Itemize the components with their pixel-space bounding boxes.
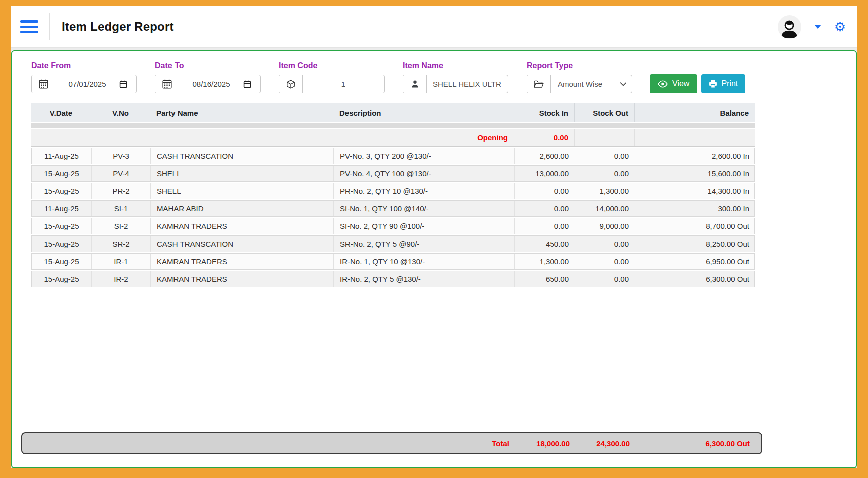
avatar-dropdown-caret-icon[interactable] [814,25,821,29]
cell-balance: 8,700.00 Out [635,218,755,234]
total-balance: 6,300.00 Out [636,439,756,448]
report-type-select[interactable]: Amount Wise [551,75,632,93]
cell-desc: SR-No. 2, QTY 5 @90/- [334,236,515,252]
cell-balance: 2,600.00 In [635,148,755,164]
item-name-label: Item Name [403,61,508,70]
item-code-group: Item Code 1 [279,61,385,93]
app-window: Item Ledger Report ⚙ Date From [11,6,857,468]
cell-party: CASH TRANSCATION [151,236,334,252]
item-code-input[interactable]: 1 [303,75,384,93]
cell-stock-in: 2,600.00 [515,148,575,164]
view-button[interactable]: View [650,74,697,93]
ledger-table: V.Date V.No Party Name Description Stock… [31,103,755,287]
total-label: Total [334,439,515,448]
cell-stock-out: 14,000.00 [575,201,635,216]
table-body: 11-Aug-25 PV-3 CASH TRANSCATION PV-No. 3… [31,148,755,287]
cell-stock-in: 0.00 [515,218,575,234]
cell-party: KAMRAN TRADERS [151,254,334,269]
cell-stock-out: 0.00 [575,254,635,269]
total-bar: Total 18,000.00 24,300.00 6,300.00 Out [21,432,762,454]
cell-balance: 6,950.00 Out [635,254,755,269]
cell-desc: IR-No. 2, QTY 5 @130/- [334,271,515,287]
filter-bar: Date From [31,61,856,93]
date-from-group: Date From [31,61,137,93]
cell-vno: SI-1 [92,201,151,216]
opening-label: Opening [333,129,514,146]
cell-vdate: 15-Aug-25 [32,254,92,269]
page-title: Item Ledger Report [62,20,174,34]
header-divider [49,13,50,40]
cell-desc: PV-No. 3, QTY 200 @130/- [334,148,515,164]
calendar-icon [32,75,55,93]
cell-party: SHELL [151,183,334,199]
cell-stock-out: 0.00 [575,236,635,252]
cell-vdate: 15-Aug-25 [32,166,92,181]
total-stock-out: 24,300.00 [576,439,636,448]
cell-vno: PV-4 [92,166,151,181]
col-header-stockin: Stock In [514,103,575,122]
cell-balance: 6,300.00 Out [635,271,755,287]
date-to-input[interactable]: 08/16/2025 [179,75,243,93]
cell-desc: SI-No. 1, QTY 100 @140/- [334,201,515,216]
col-header-vdate: V.Date [31,103,91,122]
cube-icon [279,75,303,93]
printer-icon [709,80,717,88]
cell-vno: SR-2 [92,236,151,252]
date-to-group: Date To [155,61,261,93]
cell-vno: IR-1 [92,254,151,269]
col-header-desc: Description [333,103,514,122]
cell-party: KAMRAN TRADERS [151,271,334,287]
cell-stock-in: 1,300.00 [515,254,575,269]
cell-stock-out: 1,300.00 [575,183,635,199]
report-type-value: Amount Wise [558,80,602,88]
user-avatar[interactable] [778,15,801,39]
cell-vno: PR-2 [92,183,151,199]
table-header-row: V.Date V.No Party Name Description Stock… [31,103,755,122]
col-header-balance: Balance [635,103,755,122]
item-code-label: Item Code [279,61,385,70]
person-icon [403,75,427,93]
col-header-stockout: Stock Out [575,103,635,122]
cell-vdate: 15-Aug-25 [32,271,92,287]
settings-gear-icon[interactable]: ⚙ [834,20,846,33]
hamburger-menu-icon[interactable] [20,20,38,33]
table-row: 11-Aug-25 PV-3 CASH TRANSCATION PV-No. 3… [31,148,755,164]
cell-stock-out: 0.00 [575,148,635,164]
cell-balance: 14,300.00 In [635,183,755,199]
total-stock-in: 18,000.00 [515,439,576,448]
calendar-icon [155,75,179,93]
cell-vdate: 15-Aug-25 [32,183,92,199]
table-row: 11-Aug-25 SI-1 MAHAR ABID SI-No. 1, QTY … [31,200,755,217]
cell-stock-in: 13,000.00 [515,166,575,181]
cell-vno: IR-2 [92,271,151,287]
cell-desc: PV-No. 4, QTY 100 @130/- [334,166,515,181]
cell-stock-out: 0.00 [575,166,635,181]
item-name-group: Item Name SHELL HELIX ULTR [403,61,508,93]
date-from-label: Date From [31,61,137,70]
date-picker-icon[interactable] [119,75,136,93]
item-name-input[interactable]: SHELL HELIX ULTR [427,75,508,93]
date-from-input[interactable]: 07/01/2025 [55,75,119,93]
col-header-party: Party Name [150,103,333,122]
opening-row: Opening 0.00 [31,129,755,147]
top-bar: Item Ledger Report ⚙ [11,6,857,48]
cell-vno: PV-3 [92,148,151,164]
cell-vdate: 11-Aug-25 [32,148,92,164]
cell-stock-out: 9,000.00 [575,218,635,234]
report-card: Date From [11,50,857,468]
page-frame: Item Ledger Report ⚙ Date From [0,0,868,478]
cell-party: KAMRAN TRADERS [151,218,334,234]
table-row: 15-Aug-25 PV-4 SHELL PV-No. 4, QTY 100 @… [31,165,755,182]
cell-stock-in: 650.00 [515,271,575,287]
cell-party: MAHAR ABID [151,201,334,216]
person-icon [778,17,800,39]
table-row: 15-Aug-25 SI-2 KAMRAN TRADERS SI-No. 2, … [31,218,755,234]
report-type-group: Report Type Amount Wise [527,61,632,93]
print-button[interactable]: Print [701,74,745,93]
cell-vno: SI-2 [92,218,151,234]
chevron-down-icon [620,82,627,86]
date-picker-icon[interactable] [243,75,260,93]
table-row: 15-Aug-25 PR-2 SHELL PR-No. 2, QTY 10 @1… [31,183,755,199]
date-to-label: Date To [155,61,261,70]
table-row: 15-Aug-25 IR-1 KAMRAN TRADERS IR-No. 1, … [31,253,755,270]
